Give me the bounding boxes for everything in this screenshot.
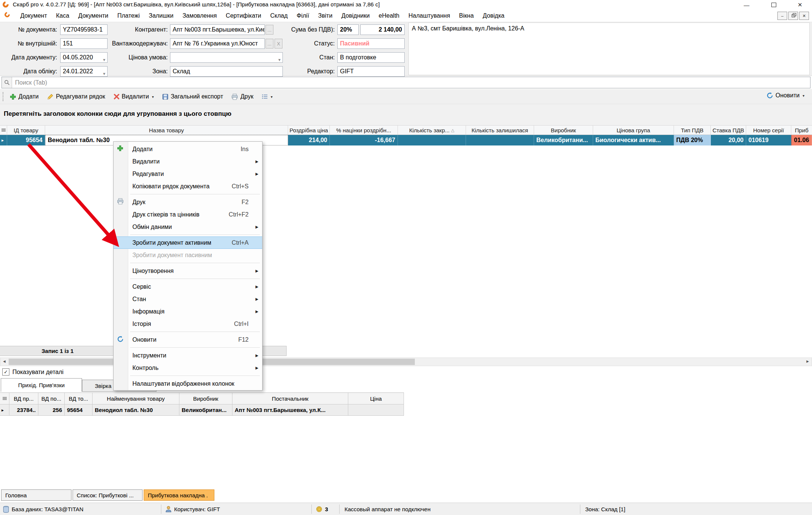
context-menu-item-state[interactable]: Стан ▶ bbox=[114, 293, 262, 305]
context-menu-item-history[interactable]: Історія Ctrl+I bbox=[114, 318, 262, 330]
print-button[interactable]: Друк bbox=[228, 92, 257, 101]
menu-sklad[interactable]: Склад bbox=[266, 10, 292, 22]
toolbar-grip[interactable] bbox=[3, 92, 4, 101]
detail-cell-supplier[interactable]: Апт №003 пгт.Барышевка, ул.К... bbox=[232, 404, 348, 415]
context-menu-item-data-exchange[interactable]: Обмін даними ▶ bbox=[114, 221, 262, 233]
search-input[interactable] bbox=[12, 77, 810, 88]
chevron-down-icon[interactable]: ▾ bbox=[103, 69, 105, 77]
menu-nalashtuvannia[interactable]: Налаштування bbox=[404, 10, 455, 22]
cell-markup[interactable]: -16,667 bbox=[330, 135, 398, 145]
detail-cell-manufacturer[interactable]: Великобритан... bbox=[179, 404, 232, 415]
context-menu-item-add[interactable]: Додати Ins bbox=[114, 143, 262, 155]
mdi-tab-prybutkova-nakladna[interactable]: Прибуткова накладна . bbox=[144, 489, 214, 501]
context-menu-item-service[interactable]: Сервіс ▶ bbox=[114, 280, 262, 293]
export-button[interactable]: Загальний експорт bbox=[159, 92, 226, 101]
cell-price-group[interactable]: Биологически актив... bbox=[593, 135, 674, 145]
cell-profit[interactable]: 01.06 bbox=[791, 135, 812, 145]
grid-corner-icon[interactable] bbox=[0, 126, 7, 135]
consignee-field[interactable]: Апт № 76 г.Украинка ул.Юност bbox=[170, 38, 265, 49]
scroll-left-icon[interactable]: ◄ bbox=[2, 359, 6, 364]
context-menu-item-information[interactable]: Інформація ▶ bbox=[114, 305, 262, 318]
internal-number-field[interactable] bbox=[60, 38, 108, 49]
detail-column-manufacturer[interactable]: Виробник bbox=[179, 393, 232, 404]
menu-zvity[interactable]: Звіти bbox=[314, 10, 337, 22]
context-menu-item-edit[interactable]: Редагувати ▶ bbox=[114, 168, 262, 180]
context-menu-item-print[interactable]: Друк F2 bbox=[114, 196, 262, 208]
column-header-vat-type[interactable]: Тип ПДВ bbox=[674, 126, 711, 135]
cell-vat-type[interactable]: ПДВ 20% bbox=[674, 135, 711, 145]
context-menu-item-delete[interactable]: Видалити ▶ bbox=[114, 155, 262, 168]
close-button[interactable]: ✕ bbox=[789, 0, 811, 10]
detail-column-vd-pr[interactable]: ВД пр... bbox=[9, 393, 38, 404]
menu-kasa[interactable]: Каса bbox=[52, 10, 74, 22]
view-options-button[interactable]: ▾ bbox=[259, 92, 276, 101]
detail-column-price[interactable]: Ціна bbox=[348, 393, 404, 404]
column-header-profit[interactable]: Приб bbox=[791, 126, 812, 135]
column-header-vat-rate[interactable]: Ставка ПДВ bbox=[711, 126, 746, 135]
detail-cell-price[interactable] bbox=[348, 404, 404, 415]
zone-field[interactable]: Склад bbox=[170, 66, 283, 77]
mdi-tab-holovna[interactable]: Головна bbox=[1, 489, 71, 501]
doc-date-field[interactable]: 04.05.2020▾ bbox=[60, 52, 108, 63]
chevron-down-icon[interactable]: ▾ bbox=[103, 55, 105, 63]
maximize-button[interactable] bbox=[762, 0, 785, 10]
price-condition-field[interactable]: ▾ bbox=[170, 52, 283, 63]
detail-column-supplier[interactable]: Постачальник bbox=[232, 393, 348, 404]
doc-number-field[interactable] bbox=[60, 24, 108, 35]
detail-grid-row[interactable]: ▸ 23784.. 256 95654 Венодиол табл. №30 В… bbox=[0, 404, 404, 416]
mdi-restore-button[interactable] bbox=[788, 12, 798, 20]
menu-dovidka[interactable]: Довідка bbox=[478, 10, 509, 22]
show-details-checkbox[interactable]: ✓ bbox=[2, 368, 9, 376]
minimize-button[interactable]: — bbox=[735, 0, 758, 10]
detail-cell-name[interactable]: Венодиол табл. №30 bbox=[93, 404, 179, 415]
search-icon[interactable] bbox=[2, 77, 12, 88]
context-menu-item-print-stickers[interactable]: Друк стікерів та цінників Ctrl+F2 bbox=[114, 208, 262, 221]
column-header-name[interactable]: Назва товару bbox=[45, 126, 288, 135]
menu-ehealth[interactable]: eHealth bbox=[374, 10, 404, 22]
cell-vat-rate[interactable]: 20,00 bbox=[711, 135, 746, 145]
detail-grid-corner-icon[interactable] bbox=[0, 393, 9, 404]
column-header-qty-closed[interactable]: Кількість закр...△ bbox=[398, 126, 466, 135]
cell-series[interactable]: 010619 bbox=[746, 135, 791, 145]
add-button[interactable]: Додати bbox=[7, 92, 42, 101]
mdi-close-button[interactable]: ✕ bbox=[799, 12, 809, 20]
cell-id[interactable]: 95654 bbox=[7, 135, 45, 145]
refresh-button[interactable]: Оновити▾ bbox=[764, 91, 807, 100]
column-header-markup[interactable]: % націнки роздрібн... bbox=[330, 126, 398, 135]
menu-dokumenty[interactable]: Документи bbox=[74, 10, 113, 22]
menu-platezhi[interactable]: Платежі bbox=[113, 10, 144, 22]
mdi-minimize-button[interactable]: – bbox=[777, 12, 787, 20]
column-header-price-group[interactable]: Цінова група bbox=[593, 126, 674, 135]
mdi-tab-spysok-prybutkovi[interactable]: Список: Прибуткові ... bbox=[73, 489, 143, 501]
context-menu-item-make-document-active[interactable]: Зробити документ активним Ctrl+A bbox=[114, 236, 262, 249]
menu-filii[interactable]: Філії bbox=[292, 10, 314, 22]
group-by-panel[interactable]: Перетягніть заголовок колонки сюди для у… bbox=[0, 104, 812, 125]
column-header-qty-left[interactable]: Кількість залишилася bbox=[466, 126, 534, 135]
context-menu-item-configure-columns[interactable]: Налаштувати відображення колонок bbox=[114, 377, 262, 390]
account-date-field[interactable]: 24.01.2022▾ bbox=[60, 66, 108, 77]
detail-column-name[interactable]: Найменування товару bbox=[93, 393, 179, 404]
cell-qty-left[interactable] bbox=[466, 135, 534, 145]
menu-sertyfikaty[interactable]: Сертифікати bbox=[221, 10, 266, 22]
menu-dovidnyky[interactable]: Довідники bbox=[337, 10, 374, 22]
contractor-field[interactable]: Апт №003 пгт.Барышевка, ул.Киев bbox=[170, 24, 265, 35]
context-menu-item-control[interactable]: Контроль ▶ bbox=[114, 362, 262, 374]
cell-manufacturer[interactable]: Великобритани... bbox=[534, 135, 593, 145]
column-header-manufacturer[interactable]: Виробник bbox=[534, 126, 593, 135]
column-header-retail-price[interactable]: Роздрібна ціна bbox=[288, 126, 330, 135]
context-menu-item-copy-row[interactable]: Копіювати рядок документа Ctrl+S bbox=[114, 180, 262, 192]
menu-zamovlennia[interactable]: Замовлення bbox=[178, 10, 221, 22]
delete-button[interactable]: Видалити▾ bbox=[111, 92, 157, 101]
context-menu-item-pricing[interactable]: Ціноутворення ▶ bbox=[114, 265, 262, 277]
context-menu-item-tools[interactable]: Інструменти ▶ bbox=[114, 349, 262, 362]
cell-retail-price[interactable]: 214,00 bbox=[288, 135, 330, 145]
edit-row-button[interactable]: Редагувати рядок bbox=[44, 92, 108, 101]
tab-prihid-privyazky[interactable]: Прихід. Прив'язки bbox=[1, 378, 82, 392]
cell-qty-closed[interactable] bbox=[398, 135, 466, 145]
detail-column-vd-po[interactable]: ВД по... bbox=[38, 393, 65, 404]
menu-vikna[interactable]: Вікна bbox=[455, 10, 478, 22]
menu-zalyshky[interactable]: Залишки bbox=[144, 10, 178, 22]
scroll-right-icon[interactable]: ► bbox=[806, 359, 810, 364]
detail-cell-vd-po[interactable]: 256 bbox=[38, 404, 65, 415]
contractor-browse-button[interactable]: ... bbox=[266, 25, 273, 35]
